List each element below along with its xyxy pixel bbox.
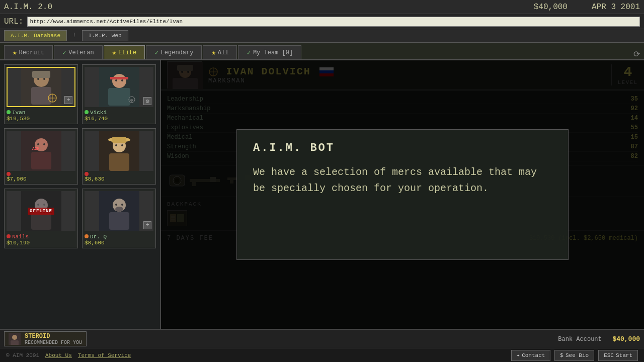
merc-card-drq[interactable]: + Dr. Q $8,600 (82, 189, 156, 248)
svg-rect-20 (31, 152, 51, 169)
merc-list: + Ivan $19,530 (0, 60, 161, 329)
title-bar: A.I.M. 2.0 $40,000 APR 3 2001 (0, 0, 644, 14)
vicki-name: Vicki (90, 110, 107, 116)
nails-name: Nails (12, 234, 29, 240)
svg-rect-26 (109, 153, 129, 171)
see-bio-label: See Bio (566, 352, 589, 358)
recruit-icon: ★ (13, 48, 17, 57)
cowboy-cost: $8,630 (85, 176, 153, 182)
nails-status-dot (7, 234, 11, 238)
drq-status-dot (85, 234, 89, 238)
svg-rect-2 (31, 87, 51, 105)
svg-point-22 (43, 143, 45, 145)
svg-rect-38 (109, 212, 129, 230)
svg-point-15 (121, 79, 123, 81)
tab-elite[interactable]: ★ Elite (104, 45, 145, 59)
svg-point-30 (121, 144, 123, 146)
merc-card-nails[interactable]: OFFLINE Nails $10,190 (4, 189, 78, 248)
merc-avatar-3: AIM (7, 131, 75, 171)
esc-icon: ESC (604, 352, 614, 358)
nav-separator: ! (69, 32, 80, 39)
my-team-icon: ✓ (247, 48, 251, 57)
legendary-icon: ✓ (154, 48, 158, 57)
recommend-portrait (9, 333, 21, 345)
svg-point-14 (115, 79, 117, 81)
see-bio-button[interactable]: $ See Bio (554, 350, 594, 361)
aim-bot-overlay[interactable]: A.I.M. BOT We have a selection of mercs … (161, 60, 644, 329)
ivan-name: Ivan (12, 110, 25, 116)
ivan-status-dot (7, 110, 11, 114)
svg-point-21 (37, 143, 39, 145)
svg-text:AIM: AIM (32, 146, 40, 151)
vicki-portrait-svg: ⚙ (99, 67, 139, 107)
merc-avatar-ivan: + (7, 67, 75, 107)
tab-all[interactable]: ★ All (203, 45, 237, 59)
nav-aim-label: A.I.M. Database (11, 33, 60, 39)
url-input[interactable] (27, 17, 640, 27)
content-area: + Ivan $19,530 (0, 60, 644, 329)
merc-card-3[interactable]: AIM $7,900 (4, 128, 78, 185)
bottom-bar: STEROID RECOMMENDED FOR YOU Bank Account… (0, 329, 644, 348)
tab-elite-label: Elite (118, 49, 136, 56)
nav-aim-database[interactable]: A.I.M. Database (4, 30, 67, 41)
tab-my-team[interactable]: ✓ My Team [0] (238, 45, 301, 59)
svg-rect-12 (108, 88, 130, 106)
veteran-icon: ✓ (62, 48, 66, 57)
tab-recruit[interactable]: ★ Recruit (4, 45, 53, 59)
ivan-portrait-svg (21, 67, 61, 107)
steroid-portrait-svg (9, 333, 21, 345)
cowboy-portrait-svg (99, 131, 139, 171)
svg-point-29 (115, 144, 117, 146)
tab-legendary[interactable]: ✓ Legendary (146, 45, 202, 59)
recommend-label: RECOMMENDED FOR YOU (25, 340, 82, 345)
bank-amount: $40,000 (612, 335, 640, 343)
ivan-plus-icon[interactable]: + (64, 96, 72, 104)
scroll-right[interactable]: ⟳ (633, 49, 640, 59)
svg-point-71 (12, 335, 17, 340)
svg-point-6 (43, 78, 45, 80)
nav-imp-label: I.M.P. Web (89, 33, 122, 39)
merc-avatar-cowboy (85, 131, 153, 171)
footer-about-link[interactable]: About Us (45, 352, 72, 358)
svg-point-41 (115, 207, 123, 212)
svg-rect-4 (32, 71, 50, 78)
svg-text:⚙: ⚙ (130, 98, 133, 103)
recommend-text-block: STEROID RECOMMENDED FOR YOU (25, 333, 82, 345)
tab-recruit-label: Recruit (19, 49, 44, 56)
tab-my-team-label: My Team [0] (253, 49, 293, 56)
footer-terms-link[interactable]: Terms of Service (78, 352, 131, 358)
svg-rect-72 (11, 340, 19, 345)
start-button[interactable]: ESC Start (598, 350, 638, 361)
svg-rect-13 (110, 77, 128, 79)
merc-detail-panel: IVAN DOLVICH MARKSMAN 4 LEVEL (161, 60, 644, 329)
nav-buttons: A.I.M. Database ! I.M.P. Web (0, 29, 644, 43)
elite-icon: ★ (112, 48, 116, 57)
drq-portrait-svg (99, 191, 139, 231)
contact-button[interactable]: ✦ Contact (511, 350, 551, 361)
tab-veteran[interactable]: ✓ Veteran (54, 45, 103, 59)
merc-card-ivan[interactable]: + Ivan $19,530 (4, 64, 78, 124)
svg-point-35 (43, 204, 45, 206)
svg-point-34 (37, 204, 39, 206)
nav-imp-web[interactable]: I.M.P. Web (82, 30, 128, 41)
drq-name: Dr. Q (90, 234, 107, 240)
url-bar: URL: (0, 14, 644, 29)
recommendation-box[interactable]: STEROID RECOMMENDED FOR YOU (4, 331, 87, 346)
date-time: APR 3 2001 (592, 3, 640, 12)
aim-bot-box: A.I.M. BOT We have a selection of mercs … (236, 129, 569, 260)
svg-point-5 (37, 78, 39, 80)
merc-card-vicki[interactable]: ⚙ ⚙ Vicki $16,740 (82, 64, 156, 124)
bio-icon: $ (560, 352, 564, 358)
tab-veteran-label: Veteran (68, 49, 94, 56)
vicki-gear-icon[interactable]: ⚙ (143, 97, 151, 105)
ivan-cost: $19,530 (7, 116, 75, 122)
main-content: + Ivan $19,530 (0, 60, 644, 329)
merc-card-cowboy[interactable]: $8,630 (82, 128, 156, 185)
balance-amount: $40,000 (534, 3, 568, 12)
drq-plus-icon[interactable]: + (143, 221, 151, 229)
nails-cost: $10,190 (7, 240, 75, 246)
merc3-status-dot (7, 172, 11, 176)
aim-bot-title: A.I.M. BOT (253, 142, 552, 154)
balance-display: $40,000 APR 3 2001 (534, 3, 640, 12)
contact-label: Contact (522, 352, 545, 358)
